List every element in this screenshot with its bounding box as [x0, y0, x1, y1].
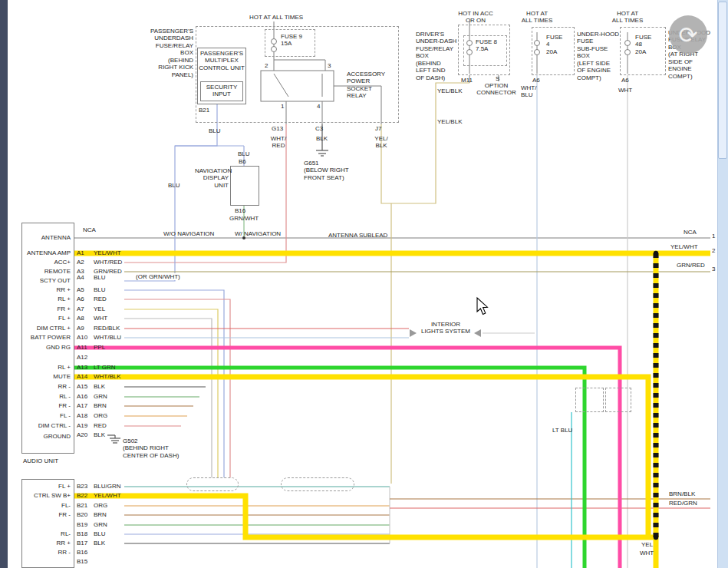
mouse-cursor — [0, 0, 728, 568]
